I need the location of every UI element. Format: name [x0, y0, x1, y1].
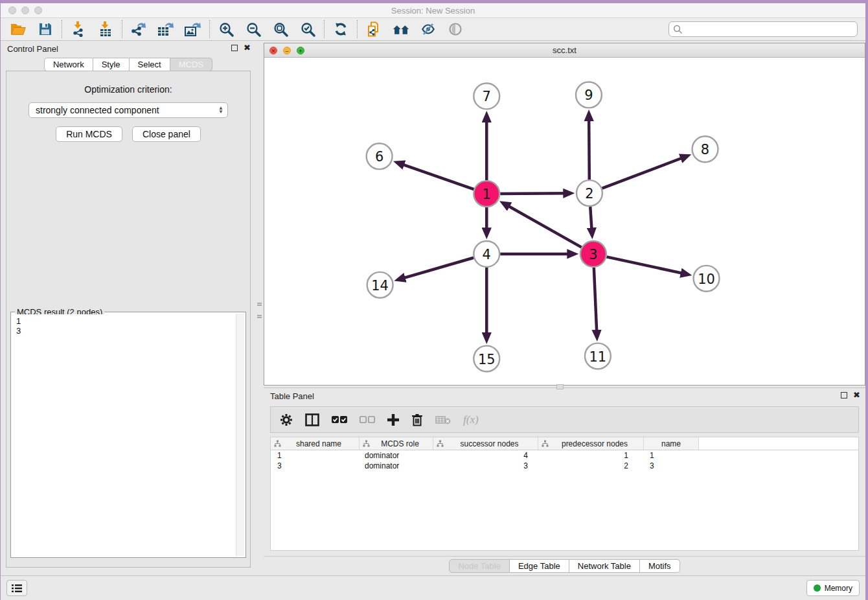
minimize-window-button[interactable]: [21, 6, 29, 14]
tab-network[interactable]: Network: [44, 58, 93, 71]
cell-name[interactable]: 3: [644, 461, 699, 470]
graph-node-14[interactable]: 14: [367, 272, 393, 298]
close-panel-icon[interactable]: ✖: [244, 45, 251, 51]
close-window-button[interactable]: [8, 6, 16, 14]
open-session-icon[interactable]: [10, 21, 27, 38]
network-minimize-button[interactable]: –: [283, 47, 291, 54]
edge-2-9[interactable]: [589, 113, 589, 179]
column-header-successor-nodes[interactable]: successor nodes: [433, 437, 538, 450]
cell-shared-name[interactable]: 1: [271, 451, 360, 460]
edge-3-11[interactable]: [594, 268, 597, 338]
column-header-shared-name[interactable]: shared name: [271, 437, 360, 450]
edge-3-1[interactable]: [503, 203, 581, 247]
network-canvas[interactable]: 7968124314101511: [264, 58, 865, 385]
cell-successor-nodes[interactable]: 3: [433, 461, 538, 470]
node-table[interactable]: shared nameMCDS rolesuccessor nodesprede…: [270, 437, 859, 551]
cell-shared-name[interactable]: 3: [271, 461, 360, 470]
cell-name[interactable]: 1: [644, 451, 699, 460]
tab-edge-table[interactable]: Edge Table: [510, 559, 569, 573]
edge-3-10[interactable]: [606, 257, 688, 274]
close-table-panel-icon[interactable]: ✖: [853, 392, 860, 398]
result-scrollbar[interactable]: [236, 314, 244, 556]
import-network-icon[interactable]: [70, 21, 87, 38]
zoom-out-icon[interactable]: [245, 21, 262, 38]
graph-node-1[interactable]: 1: [474, 181, 499, 207]
graph-node-9[interactable]: 9: [576, 82, 602, 108]
mcds-result-text[interactable]: 1 3: [12, 314, 235, 556]
search-field[interactable]: [668, 21, 858, 37]
graph-node-2[interactable]: 2: [577, 180, 602, 206]
show-columns-icon[interactable]: [305, 413, 319, 426]
tab-node-table[interactable]: Node Table: [449, 559, 510, 573]
zoom-window-button[interactable]: [34, 6, 42, 14]
network-view-window: ✕ – + scc.txt 7968124314101511: [264, 43, 865, 386]
edge-2-3[interactable]: [590, 207, 592, 235]
table-row[interactable]: 3dominator323: [271, 461, 858, 471]
cell-predecessor-nodes[interactable]: 1: [538, 451, 644, 460]
export-image-icon[interactable]: [185, 21, 201, 38]
table-row[interactable]: 1dominator411: [271, 450, 858, 461]
clone-network-icon[interactable]: [365, 21, 382, 38]
import-table-icon[interactable]: [97, 21, 114, 38]
graph-node-15[interactable]: 15: [474, 346, 499, 372]
tab-motifs[interactable]: Motifs: [640, 559, 680, 573]
cell-MCDS-role[interactable]: dominator: [360, 451, 433, 460]
edge-1-2[interactable]: [500, 193, 571, 194]
show-hide-eye-icon[interactable]: [447, 21, 464, 38]
tab-select[interactable]: Select: [130, 58, 170, 71]
network-close-button[interactable]: ✕: [269, 47, 277, 54]
tab-network-table[interactable]: Network Table: [569, 559, 640, 573]
tab-mcds[interactable]: MCDS: [170, 58, 212, 71]
panel-splitter[interactable]: [256, 41, 264, 575]
graph-node-10[interactable]: 10: [694, 266, 720, 292]
search-icon: [673, 25, 683, 34]
cell-predecessor-nodes[interactable]: 2: [538, 461, 644, 470]
edge-1-6[interactable]: [397, 163, 474, 189]
network-maximize-button[interactable]: +: [297, 47, 304, 54]
graph-node-6[interactable]: 6: [367, 143, 393, 169]
cell-MCDS-role[interactable]: dominator: [360, 461, 433, 470]
delete-columns-icon[interactable]: [411, 413, 423, 426]
deselect-all-rows-icon[interactable]: [360, 416, 375, 424]
network-overview-icon[interactable]: [393, 21, 409, 38]
control-panel-tabs: NetworkStyleSelectMCDS: [1, 58, 256, 71]
tab-style[interactable]: Style: [93, 58, 130, 71]
table-splitter[interactable]: [264, 386, 865, 387]
float-table-panel-icon[interactable]: [841, 392, 847, 398]
zoom-fit-icon[interactable]: [272, 21, 289, 38]
select-all-rows-icon[interactable]: [332, 416, 347, 424]
cell-successor-nodes[interactable]: 4: [433, 451, 538, 460]
graph-node-8[interactable]: 8: [692, 136, 718, 162]
float-panel-icon[interactable]: [231, 45, 238, 51]
graph-node-4[interactable]: 4: [474, 241, 499, 267]
run-mcds-button[interactable]: Run MCDS: [56, 126, 122, 142]
delete-table-icon[interactable]: [435, 415, 451, 425]
control-panel-title: Control Panel: [7, 44, 58, 54]
export-network-icon[interactable]: [130, 21, 147, 38]
edge-4-14[interactable]: [398, 258, 474, 280]
zoom-selected-icon[interactable]: [299, 21, 316, 38]
graph-node-11[interactable]: 11: [585, 343, 611, 369]
edge-2-8[interactable]: [602, 156, 688, 189]
table-toolbar: f(x): [270, 406, 859, 433]
task-history-button[interactable]: [6, 580, 27, 596]
save-session-icon[interactable]: [37, 21, 54, 38]
add-column-icon[interactable]: [387, 414, 399, 426]
toggle-graphics-details-icon[interactable]: [420, 21, 437, 38]
apply-layout-icon[interactable]: [332, 21, 349, 38]
close-panel-button[interactable]: Close panel: [132, 126, 201, 142]
svg-text:6: 6: [375, 149, 383, 165]
zoom-in-icon[interactable]: [218, 21, 234, 38]
column-header-name[interactable]: name: [644, 437, 699, 450]
memory-button[interactable]: Memory: [806, 580, 860, 596]
apply-function-icon[interactable]: f(x): [463, 413, 479, 426]
column-header-MCDS-role[interactable]: MCDS role: [360, 437, 433, 450]
column-header-predecessor-nodes[interactable]: predecessor nodes: [538, 437, 644, 450]
network-graph[interactable]: 7968124314101511: [264, 58, 865, 385]
optimization-select[interactable]: strongly connected component ▲▼: [29, 102, 228, 118]
graph-node-3[interactable]: 3: [580, 241, 606, 267]
graph-node-7[interactable]: 7: [474, 83, 499, 109]
search-input[interactable]: [683, 25, 853, 34]
export-table-icon[interactable]: [157, 21, 174, 38]
table-settings-icon[interactable]: [280, 413, 293, 426]
